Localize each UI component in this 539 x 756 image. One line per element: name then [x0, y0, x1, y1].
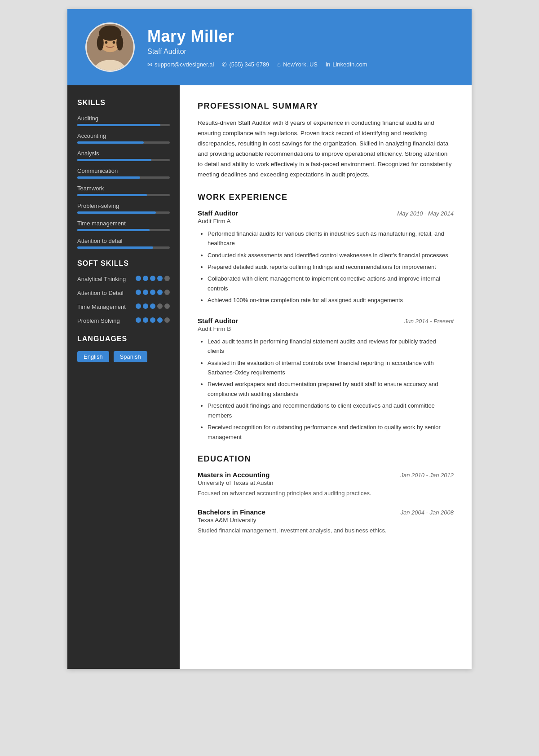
dot-filled: [136, 276, 141, 281]
soft-skills-section-title: SOFT SKILLS: [77, 259, 170, 268]
skill-name: Time management: [77, 220, 170, 227]
work-bullet: Collaborated with client management to i…: [208, 274, 454, 293]
skill-bar-bg: [77, 159, 170, 161]
work-date: May 2010 - May 2014: [397, 210, 454, 217]
skill-name: Teamwork: [77, 185, 170, 192]
language-tag: English: [77, 351, 109, 362]
dots-container: [136, 276, 170, 281]
svg-point-5: [116, 35, 123, 51]
contact-email: ✉ support@cvdesigner.ai: [147, 61, 214, 68]
work-bullet: Lead audit teams in performing financial…: [208, 337, 454, 356]
edu-entry: Bachelors in Finance Jan 2004 - Jan 2008…: [198, 508, 454, 536]
skill-item: Attention to detail: [77, 237, 170, 249]
skill-item: Analysis: [77, 150, 170, 161]
dots-container: [136, 317, 170, 323]
header-contacts: ✉ support@cvdesigner.ai ✆ (555) 345-6789…: [147, 61, 367, 68]
dot-empty: [164, 276, 170, 281]
svg-point-6: [105, 41, 108, 44]
dot-filled: [136, 317, 141, 323]
work-entries: Staff Auditor May 2010 - May 2014 Audit …: [198, 209, 454, 442]
header-title: Staff Auditor: [147, 48, 367, 56]
soft-skill-item: Analytical Thinking: [77, 276, 170, 282]
dot-filled: [157, 317, 163, 323]
edu-header: Bachelors in Finance Jan 2004 - Jan 2008: [198, 508, 454, 516]
phone-value: (555) 345-6789: [229, 61, 269, 68]
edu-date: Jan 2010 - Jan 2012: [400, 472, 454, 479]
skill-bar-bg: [77, 176, 170, 179]
main-content: PROFESSIONAL SUMMARY Results-driven Staf…: [180, 85, 472, 669]
soft-skill-name: Analytical Thinking: [77, 276, 126, 282]
contact-phone: ✆ (555) 345-6789: [222, 61, 269, 68]
dots-container: [136, 290, 170, 295]
work-bullet: Performed financial audits for various c…: [208, 229, 454, 248]
work-date: Jun 2014 - Present: [404, 318, 454, 325]
location-icon: ⌂: [277, 61, 281, 68]
skill-item: Accounting: [77, 132, 170, 144]
work-section: WORK EXPERIENCE Staff Auditor May 2010 -…: [198, 193, 454, 442]
work-bullet: Assisted in the evaluation of internal c…: [208, 358, 454, 378]
soft-skill-name: Attention to Detail: [77, 290, 124, 296]
work-bullet: Achieved 100% on-time completion rate fo…: [208, 295, 454, 305]
edu-entries: Masters in Accounting Jan 2010 - Jan 201…: [198, 471, 454, 536]
skill-bar-bg: [77, 211, 170, 214]
soft-skills-list: Analytical Thinking Attention to Detail …: [77, 276, 170, 324]
skill-item: Problem-solving: [77, 202, 170, 214]
education-section: EDUCATION Masters in Accounting Jan 2010…: [198, 454, 454, 536]
edu-degree: Bachelors in Finance: [198, 508, 265, 516]
education-title: EDUCATION: [198, 454, 454, 464]
summary-section: PROFESSIONAL SUMMARY Results-driven Staf…: [198, 101, 454, 180]
work-title-text: Staff Auditor: [198, 317, 238, 325]
work-entry: Staff Auditor Jun 2014 - Present Audit F…: [198, 317, 454, 442]
skill-bar-fill: [77, 194, 147, 196]
skill-bar-fill: [77, 141, 144, 144]
linkedin-icon: in: [326, 61, 330, 68]
work-bullet: Conducted risk assessments and identifie…: [208, 251, 454, 260]
edu-entry: Masters in Accounting Jan 2010 - Jan 201…: [198, 471, 454, 498]
dot-empty: [164, 317, 170, 323]
skill-bar-fill: [77, 246, 153, 249]
skill-name: Problem-solving: [77, 202, 170, 209]
email-value: support@cvdesigner.ai: [155, 61, 214, 68]
skill-name: Accounting: [77, 132, 170, 139]
work-bullets-list: Lead audit teams in performing financial…: [198, 337, 454, 442]
skill-bar-fill: [77, 159, 151, 161]
dot-filled: [143, 317, 148, 323]
skill-name: Auditing: [77, 115, 170, 122]
edu-header: Masters in Accounting Jan 2010 - Jan 201…: [198, 471, 454, 479]
work-bullet: Prepared detailed audit reports outlinin…: [208, 262, 454, 272]
skill-bar-bg: [77, 141, 170, 144]
dot-filled: [143, 303, 148, 309]
header-info: Mary Miller Staff Auditor ✉ support@cvde…: [147, 27, 367, 68]
work-header: Staff Auditor May 2010 - May 2014: [198, 209, 454, 217]
location-value: NewYork, US: [283, 61, 318, 68]
languages-section-title: LANGUAGES: [77, 335, 170, 343]
skill-bar-bg: [77, 246, 170, 249]
dot-filled: [143, 276, 148, 281]
work-entry: Staff Auditor May 2010 - May 2014 Audit …: [198, 209, 454, 305]
dot-filled: [136, 290, 141, 295]
resume-wrapper: Mary Miller Staff Auditor ✉ support@cvde…: [67, 9, 472, 669]
summary-text: Results-driven Staff Auditor with 8 year…: [198, 118, 454, 180]
skill-name: Communication: [77, 167, 170, 174]
avatar: [85, 22, 135, 72]
skill-bar-fill: [77, 124, 160, 126]
soft-skill-item: Problem Solving: [77, 317, 170, 324]
skill-bar-bg: [77, 229, 170, 231]
dot-filled: [150, 276, 155, 281]
language-tag: Spanish: [114, 351, 147, 362]
work-title-text: Staff Auditor: [198, 209, 238, 217]
work-bullets-list: Performed financial audits for various c…: [198, 229, 454, 305]
skill-bar-fill: [77, 229, 150, 231]
body: SKILLS Auditing Accounting Analysis Comm…: [67, 85, 472, 669]
soft-skill-item: Attention to Detail: [77, 290, 170, 296]
dot-empty: [164, 303, 170, 309]
linkedin-value: LinkedIn.com: [332, 61, 367, 68]
dot-filled: [157, 290, 163, 295]
edu-desc: Studied financial management, investment…: [198, 526, 454, 536]
header-name: Mary Miller: [147, 27, 367, 46]
skill-item: Auditing: [77, 115, 170, 126]
dot-empty: [157, 303, 163, 309]
edu-desc: Focused on advanced accounting principle…: [198, 489, 454, 498]
sidebar: SKILLS Auditing Accounting Analysis Comm…: [67, 85, 180, 669]
soft-skill-item: Time Management: [77, 303, 170, 310]
